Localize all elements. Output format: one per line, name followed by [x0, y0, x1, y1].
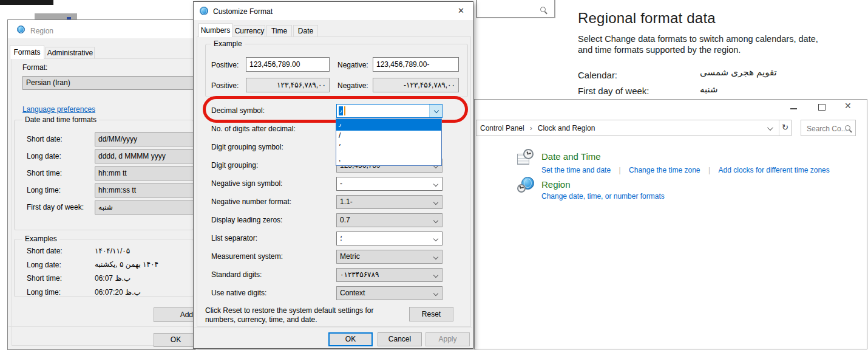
ok-button[interactable]: OK [154, 333, 198, 347]
breadcrumb-separator-icon: › [530, 124, 532, 132]
negative-number-format-combobox[interactable]: 1.1- [336, 195, 442, 209]
long-date-select[interactable]: dddd, d MMMM yyyy [95, 149, 196, 163]
negative-sign-combobox[interactable]: - [336, 177, 442, 191]
search-icon [845, 125, 850, 131]
chevron-down-icon [433, 218, 438, 223]
region-link[interactable]: Region [541, 179, 571, 190]
cancel-button[interactable]: Cancel [378, 332, 422, 346]
digit-grouping-label: Digit grouping: [211, 161, 258, 170]
dropdown-option[interactable]: / [336, 131, 441, 142]
breadcrumb-clock-and-region[interactable]: Clock and Region [538, 124, 595, 132]
calendar-value: تقویم هجری شمسی [700, 67, 777, 78]
long-time-label: Long time: [27, 186, 61, 194]
positive-native-example: ۱۲۳,۴۵۶,۷۸۹,۰۰ [246, 78, 330, 92]
search-placeholder-text: Search Co... [807, 125, 847, 133]
dropdown-option[interactable]: ٫ [336, 119, 441, 131]
window-title: Customize Format [213, 7, 273, 16]
chevron-down-icon [433, 273, 438, 278]
footer-divider [194, 328, 472, 328]
link-divider: | [708, 166, 710, 174]
chevron-down-icon [433, 291, 438, 296]
address-bar[interactable]: Control Panel › Clock and Region ↻ [476, 120, 792, 136]
measurement-system-combobox[interactable]: Metric [336, 250, 442, 264]
datetime-formats-title: Date and time formats [22, 115, 99, 124]
add-clocks-link[interactable]: Add clocks for different time zones [719, 166, 830, 174]
long-time-select[interactable]: hh:mm:ss tt [95, 184, 196, 197]
standard-digits-label: Standard digits: [211, 270, 262, 279]
refresh-icon[interactable]: ↻ [779, 120, 791, 136]
chevron-down-icon [433, 200, 438, 205]
positive-label: Positive: [211, 61, 239, 69]
example-title: Example [211, 39, 245, 48]
tab-currency[interactable]: Currency [234, 25, 265, 37]
list-separator-combobox[interactable]: ؛ [336, 232, 442, 245]
control-panel-search-input[interactable]: Search Co... [801, 120, 856, 136]
use-native-digits-combobox[interactable]: Context [336, 286, 442, 300]
first-day-value: شنبه [700, 84, 718, 95]
close-icon[interactable]: ✕ [458, 6, 464, 15]
close-button[interactable]: ✕ [844, 101, 852, 111]
example-long-time-value: 06:07:20 ب.ظ [95, 288, 141, 297]
examples-title: Examples [22, 235, 59, 243]
ok-button[interactable]: OK [328, 332, 373, 346]
negative-native-label: Negative: [337, 81, 368, 90]
language-preferences-link[interactable]: Language preferences [22, 105, 95, 114]
positive-native-label: Positive: [211, 81, 239, 90]
display-leading-zeros-combobox[interactable]: 0.7 [336, 213, 442, 227]
settings-page-title: Regional format data [578, 10, 716, 27]
set-time-date-link[interactable]: Set the time and date [541, 166, 611, 174]
customize-format-dialog: Customize Format ✕ Numbers Currency Time… [193, 1, 473, 349]
negative-sign-label: Negative sign symbol: [211, 179, 282, 188]
change-time-zone-link[interactable]: Change the time zone [629, 166, 700, 174]
breadcrumb-control-panel[interactable]: Control Panel [480, 124, 524, 132]
reset-note: Click Reset to restore the system defaul… [205, 306, 405, 324]
date-and-time-icon[interactable] [517, 149, 535, 167]
standard-digits-combobox[interactable]: ۰۱۲۳۴۵۶۷۸۹ [336, 268, 442, 282]
tab-date[interactable]: Date [293, 25, 318, 37]
change-formats-link[interactable]: Change date, time, or number formats [541, 192, 665, 201]
reset-button[interactable]: Reset [409, 307, 453, 321]
tab-time[interactable]: Time [266, 25, 292, 37]
tab-formats[interactable]: Formats [10, 45, 44, 59]
screen: Regional format data Select Change data … [0, 0, 868, 350]
short-time-select[interactable]: hh:mm tt [95, 166, 196, 180]
example-short-date-value: ۱۴۰۴/۱۱/۰۵ [95, 247, 130, 255]
long-date-label: Long date: [27, 152, 61, 160]
short-date-select[interactable]: dd/MM/yyyy [95, 132, 196, 146]
example-long-date-label: Long date: [27, 261, 61, 269]
chevron-down-icon [433, 182, 438, 187]
format-select[interactable]: Persian (Iran) [22, 76, 196, 90]
add-button[interactable]: Add [154, 307, 196, 322]
region-icon[interactable] [517, 177, 535, 195]
digits-after-decimal-label: No. of digits after decimal: [211, 125, 296, 133]
globe-clock-icon [200, 7, 208, 15]
example-long-time-label: Long time: [27, 288, 61, 297]
control-panel-window: ✕ Control Panel › Clock and Region ↻ Sea… [474, 99, 867, 349]
display-leading-zeros-label: Display leading zeros: [211, 216, 282, 224]
calendar-label: Calendar: [578, 70, 617, 80]
example-long-date-value: یکشنبه,‎ ۵‎ بهمن‎ ۱۴۰۴ [95, 260, 158, 269]
window-fragment [0, 0, 53, 5]
footer-divider [8, 326, 195, 327]
chevron-down-icon [433, 255, 438, 259]
apply-button: Apply [426, 332, 470, 346]
tab-numbers[interactable]: Numbers [198, 23, 232, 37]
customize-titlebar[interactable]: Customize Format ✕ [194, 2, 473, 20]
format-label: Format: [22, 63, 47, 72]
dropdown-option[interactable]: ٬ [336, 142, 441, 154]
first-day-of-week-select[interactable]: شنبه [95, 201, 196, 214]
dropdown-option[interactable]: , [336, 154, 441, 165]
region-titlebar[interactable]: Region [8, 20, 195, 38]
maximize-button[interactable] [818, 104, 826, 111]
short-time-label: Short time: [27, 169, 62, 177]
use-native-digits-label: Use native digits: [211, 289, 266, 297]
link-divider: | [619, 166, 621, 174]
date-and-time-link[interactable]: Date and Time [541, 151, 601, 162]
search-input[interactable] [476, 0, 555, 18]
chevron-down-icon[interactable] [767, 125, 773, 131]
minimize-button[interactable] [790, 108, 797, 109]
first-day-label: First day of week: [578, 86, 649, 96]
globe-clock-icon [17, 26, 25, 33]
measurement-system-label: Measurement system: [211, 252, 283, 261]
tab-administrative[interactable]: Administrative [46, 47, 95, 59]
